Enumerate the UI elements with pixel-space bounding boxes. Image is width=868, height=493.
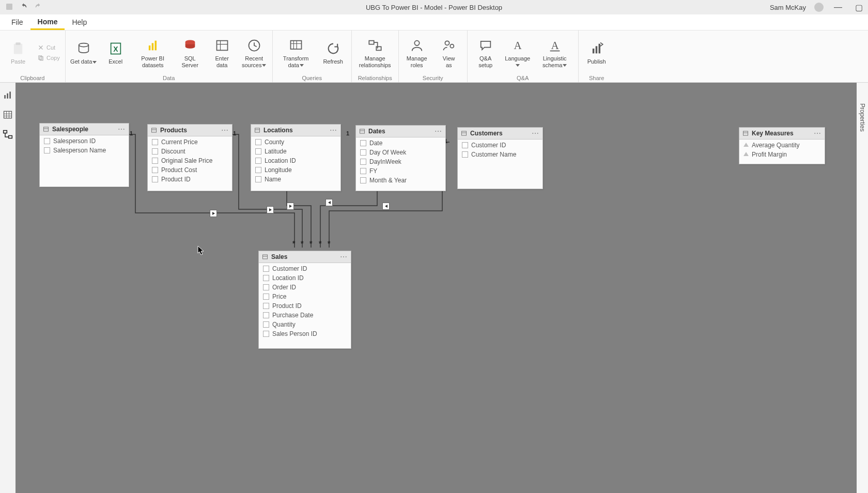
table-salespeople[interactable]: Salespeople ⋯ Salesperson IDSalesperson … (39, 123, 129, 187)
undo-icon[interactable] (20, 3, 28, 12)
table-customers[interactable]: Customers ⋯ Customer IDCustomer Name (457, 127, 543, 189)
user-name[interactable]: Sam McKay (770, 4, 806, 11)
field-row[interactable]: Quantity (259, 320, 351, 329)
cut-button[interactable]: Cut (37, 44, 60, 51)
field-label: Customer ID (471, 142, 506, 149)
ribbon: Paste Cut Copy Clipboard Get data (0, 30, 868, 83)
filter-arrow-icon (287, 203, 294, 210)
table-icon (43, 126, 49, 132)
table-sales[interactable]: Sales ⋯ Customer IDLocation IDOrder IDPr… (258, 251, 351, 349)
field-row[interactable]: Date (356, 138, 445, 148)
field-row[interactable]: Product ID (148, 175, 232, 184)
table-more-icon[interactable]: ⋯ (340, 253, 348, 261)
field-row[interactable]: Profit Margin (739, 150, 825, 159)
field-row[interactable]: Location ID (251, 156, 340, 165)
minimize-button[interactable]: — (832, 3, 844, 12)
user-avatar-icon[interactable] (814, 3, 824, 12)
svg-point-18 (445, 41, 449, 45)
language-button[interactable]: A Language (503, 35, 533, 70)
ribbon-group-qa: Q&A setup A Language A Linguistic schema… (468, 30, 579, 82)
field-row[interactable]: Customer Name (458, 150, 542, 159)
field-row[interactable]: Current Price (148, 137, 232, 147)
pbi-datasets-button[interactable]: Power BI datasets (133, 35, 173, 70)
field-row[interactable]: Customer ID (458, 141, 542, 150)
table-title: Locations (264, 127, 327, 134)
maximize-button[interactable]: ▢ (853, 3, 865, 12)
get-data-icon (75, 40, 92, 57)
field-row[interactable]: Price (259, 292, 351, 301)
copy-button[interactable]: Copy (37, 54, 60, 61)
linguistic-schema-button[interactable]: A Linguistic schema (535, 35, 575, 70)
field-row[interactable]: Discount (148, 147, 232, 156)
field-row[interactable]: Salesperson ID (40, 136, 129, 146)
field-row[interactable]: Month & Year (356, 176, 445, 185)
filter-arrow-icon (382, 203, 390, 210)
table-products[interactable]: Products ⋯ Current PriceDiscountOriginal… (147, 124, 233, 191)
field-row[interactable]: Order ID (259, 283, 351, 292)
field-label: Price (272, 293, 286, 300)
field-row[interactable]: Salesperson Name (40, 146, 129, 155)
table-title: Customers (470, 130, 529, 137)
enter-data-button[interactable]: Enter data (207, 35, 237, 70)
table-more-icon[interactable]: ⋯ (221, 126, 229, 134)
recent-sources-button[interactable]: Recent sources (239, 35, 269, 70)
menu-home[interactable]: Home (30, 14, 65, 30)
field-label: Product Cost (161, 166, 197, 174)
properties-pane-collapsed[interactable]: Properties (856, 83, 868, 493)
field-row[interactable]: Name (251, 175, 340, 184)
field-label: Original Sale Price (161, 157, 212, 164)
menu-file[interactable]: File (4, 14, 30, 30)
table-more-icon[interactable]: ⋯ (435, 127, 442, 135)
field-label: Customer ID (272, 265, 307, 272)
window-title: UBG To Power BI - Model - Power BI Deskt… (366, 4, 502, 11)
field-row[interactable]: Day Of Week (356, 148, 445, 157)
qa-setup-button[interactable]: Q&A setup (471, 35, 501, 70)
field-row[interactable]: DayInWeek (356, 157, 445, 166)
column-icon (255, 176, 261, 182)
manage-roles-button[interactable]: Manage roles (402, 35, 432, 70)
table-key-measures[interactable]: Key Measures ⋯ Average QuantityProfit Ma… (739, 127, 825, 164)
table-more-icon[interactable]: ⋯ (814, 129, 822, 137)
table-title: Salespeople (52, 126, 115, 133)
field-row[interactable]: Location ID (259, 273, 351, 283)
excel-button[interactable]: X Excel (101, 38, 131, 67)
field-row[interactable]: Product Cost (148, 165, 232, 175)
model-view-button[interactable] (3, 129, 13, 140)
transform-data-button[interactable]: Transform data (276, 35, 316, 70)
field-label: Discount (161, 148, 185, 155)
menu-help[interactable]: Help (65, 14, 94, 30)
field-row[interactable]: FY (356, 166, 445, 176)
field-row[interactable]: Average Quantity (739, 141, 825, 150)
report-view-button[interactable] (3, 90, 13, 100)
field-row[interactable]: Product ID (259, 301, 351, 311)
publish-button[interactable]: Publish (582, 38, 612, 67)
get-data-button[interactable]: Get data (69, 38, 99, 67)
data-view-button[interactable] (3, 110, 13, 120)
column-icon (263, 266, 269, 272)
app-icon (5, 3, 13, 12)
paste-button[interactable]: Paste (3, 38, 33, 67)
table-icon (151, 127, 157, 133)
field-row[interactable]: County (251, 137, 340, 147)
table-more-icon[interactable]: ⋯ (118, 125, 126, 133)
table-more-icon[interactable]: ⋯ (330, 126, 337, 134)
field-row[interactable]: Sales Person ID (259, 329, 351, 338)
manage-relationships-button[interactable]: Manage relationships (355, 35, 395, 70)
field-row[interactable]: Longitude (251, 165, 340, 175)
cardinality-many: * (301, 239, 303, 248)
column-icon (263, 275, 269, 281)
redo-icon[interactable] (34, 3, 42, 12)
table-locations[interactable]: Locations ⋯ CountyLatitudeLocation IDLon… (251, 124, 341, 191)
table-more-icon[interactable]: ⋯ (532, 129, 539, 137)
field-row[interactable]: Original Sale Price (148, 156, 232, 165)
column-icon (255, 139, 261, 145)
field-row[interactable]: Customer ID (259, 264, 351, 273)
table-dates[interactable]: Dates ⋯ DateDay Of WeekDayInWeekFYMonth … (355, 125, 446, 191)
field-row[interactable]: Purchase Date (259, 311, 351, 320)
refresh-button[interactable]: Refresh (318, 38, 348, 67)
field-row[interactable]: Latitude (251, 147, 340, 156)
sql-server-button[interactable]: SQL Server (175, 35, 205, 70)
model-canvas[interactable]: 1 1 1 1 * * * * * Salespeople ⋯ Salesper… (16, 83, 857, 493)
field-label: County (265, 138, 284, 146)
view-as-button[interactable]: View as (434, 35, 464, 70)
